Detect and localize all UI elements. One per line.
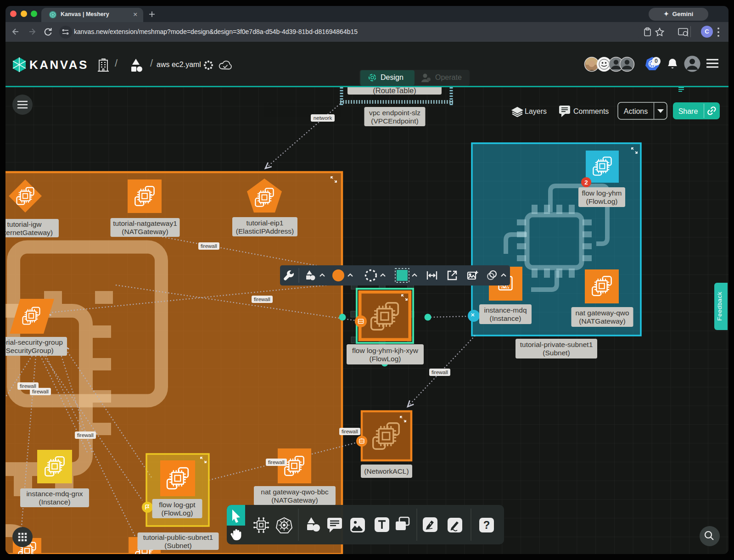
svg-text:flow log-yhm: flow log-yhm [582, 189, 622, 197]
svg-text:tutorial-igw: tutorial-igw [7, 220, 42, 228]
svg-text:(FlowLog): (FlowLog) [370, 355, 401, 363]
svg-text:firewall: firewall [431, 370, 448, 375]
svg-text:Share: Share [678, 107, 698, 115]
svg-text:flow log-gpt: flow log-gpt [159, 501, 196, 509]
svg-text:(InternetGateway): (InternetGateway) [6, 229, 53, 236]
svg-text:Comments: Comments [573, 107, 609, 115]
svg-text:firewall: firewall [77, 432, 94, 438]
svg-text:tutorial-natgateway1: tutorial-natgateway1 [113, 219, 177, 227]
svg-text:Layers: Layers [525, 107, 547, 115]
svg-text:(ElasticIPAddress): (ElasticIPAddress) [236, 227, 294, 235]
svg-text:(FlowLog): (FlowLog) [162, 509, 193, 517]
svg-text:(NATGateway): (NATGateway) [579, 317, 625, 325]
svg-text:?: ? [483, 519, 490, 531]
svg-text:firewall: firewall [201, 243, 217, 249]
svg-text:(NetworkACL): (NetworkACL) [364, 467, 409, 475]
svg-text:(Subnet): (Subnet) [164, 542, 191, 549]
svg-text:(Instance): (Instance) [490, 314, 521, 322]
svg-text:firewall: firewall [32, 389, 49, 394]
svg-text:instance-mdq-gnx: instance-mdq-gnx [26, 490, 83, 498]
svg-text:(VPCEndpoint): (VPCEndpoint) [371, 117, 418, 125]
svg-text:flow log-yhm-kjh-xyw: flow log-yhm-kjh-xyw [352, 347, 419, 354]
svg-text:firewall: firewall [342, 429, 358, 434]
svg-text:tutorial-private-subnet1: tutorial-private-subnet1 [520, 341, 593, 348]
svg-text:(Subnet): (Subnet) [543, 349, 570, 357]
svg-text:(SecurityGroup): (SecurityGroup) [6, 347, 54, 354]
svg-text:(Instance): (Instance) [39, 498, 71, 506]
svg-text:(NATGateway): (NATGateway) [122, 228, 168, 235]
svg-text:(FlowLog): (FlowLog) [586, 197, 618, 205]
svg-text:instance-mdq: instance-mdq [484, 306, 527, 314]
svg-text:(RouteTable): (RouteTable) [373, 87, 416, 95]
svg-text:nat gateway-qwo: nat gateway-qwo [575, 309, 629, 317]
svg-text:Actions: Actions [624, 107, 648, 115]
svg-text:nat gateway-qwo-bbc: nat gateway-qwo-bbc [261, 488, 329, 496]
svg-text:network: network [314, 115, 332, 121]
svg-text:Feedback: Feedback [716, 291, 723, 320]
svg-text:vpc endpoint-slz: vpc endpoint-slz [369, 109, 420, 117]
svg-text:tutorial-security-group: tutorial-security-group [6, 338, 63, 346]
svg-text:(NATGateway): (NATGateway) [271, 496, 318, 504]
svg-text:firewall: firewall [268, 459, 285, 465]
svg-text:2: 2 [584, 179, 588, 186]
svg-text:firewall: firewall [254, 297, 270, 302]
svg-text:tutorial-eip1: tutorial-eip1 [247, 219, 284, 227]
svg-text:tutorial-public-subnet1: tutorial-public-subnet1 [143, 533, 213, 541]
